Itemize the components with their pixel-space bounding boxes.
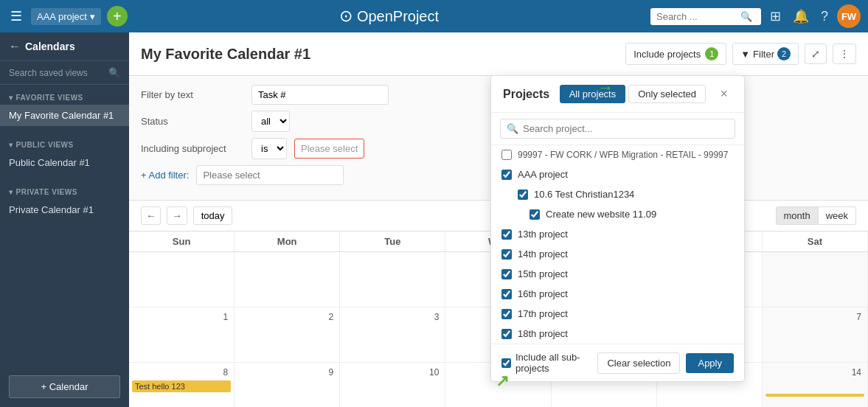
sidebar-search[interactable]: 🔍 [0, 61, 129, 85]
cal-cell[interactable]: 8 Test hello 123 [129, 363, 235, 407]
public-views-label: ▾ PUBLIC VIEWS [0, 138, 129, 152]
list-item[interactable]: 16th project [491, 284, 744, 304]
green-arrow-indicator: → [597, 78, 614, 97]
fullscreen-button[interactable]: ⤢ [805, 44, 827, 64]
logo-text: OpenProject [357, 8, 439, 25]
project-name-label: AAA project [518, 169, 568, 180]
projects-search-wrap[interactable]: 🔍 [500, 119, 735, 139]
list-item[interactable]: 14th project [491, 244, 744, 264]
cal-cell[interactable]: 2 [235, 307, 340, 363]
back-icon[interactable]: ← [9, 40, 21, 53]
list-item[interactable]: 13th project [491, 224, 744, 244]
week-button[interactable]: week [819, 206, 856, 225]
project-checkbox[interactable] [501, 329, 512, 339]
bell-icon[interactable]: 🔔 [790, 5, 812, 27]
subproject-select[interactable]: is [251, 138, 287, 159]
cal-date [237, 255, 336, 258]
cal-cell-sat[interactable]: 7 [763, 307, 868, 363]
project-name-label: 18th project [518, 328, 568, 339]
project-checkbox[interactable] [518, 189, 528, 200]
sidebar-item-my-favorite-calendar[interactable]: My Favorite Calendar #1 [0, 105, 129, 126]
search-icon: 🔍 [507, 123, 518, 134]
list-item[interactable]: AAA project [491, 164, 744, 184]
cal-cell-sat[interactable] [763, 252, 868, 307]
project-checkbox[interactable] [501, 289, 512, 299]
global-search-box[interactable]: 🔍 [650, 8, 761, 25]
clear-selection-button[interactable]: Clear selection [597, 352, 680, 374]
list-item[interactable]: 17th project [491, 304, 744, 324]
project-selector[interactable]: AAA project ▾ [31, 8, 101, 25]
add-filter-label[interactable]: + Add filter: [141, 170, 189, 181]
project-name-label: 99997 - FW CORK / WFB Migration - RETAIL… [518, 150, 728, 160]
cal-cell[interactable] [340, 252, 445, 307]
grid-icon[interactable]: ⊞ [767, 5, 784, 27]
project-checkbox[interactable] [501, 150, 512, 160]
projects-tabs: All projects Only selected [560, 85, 706, 103]
status-select[interactable]: all [251, 111, 290, 132]
sidebar-item-private-calendar[interactable]: Private Calendar #1 [0, 199, 129, 220]
hamburger-icon[interactable]: ☰ [7, 5, 25, 27]
cal-event[interactable]: Test hello 123 [132, 380, 231, 392]
filter-button[interactable]: ▼ Filter 2 [732, 43, 799, 65]
cal-cell[interactable] [129, 252, 235, 307]
cal-cell[interactable] [235, 252, 340, 307]
only-selected-tab[interactable]: Only selected [628, 85, 706, 103]
apply-button[interactable]: Apply [686, 353, 734, 373]
add-calendar-button[interactable]: + Calendar [9, 375, 120, 398]
project-name-label: 13th project [518, 229, 568, 240]
close-button[interactable]: × [715, 85, 732, 103]
cal-cell-sat[interactable]: 14 [763, 363, 868, 407]
include-sub-projects-label[interactable]: Include all sub-projects [501, 352, 591, 374]
project-name-label: 15th project [518, 268, 568, 279]
global-search-input[interactable] [656, 11, 737, 22]
filter-icon: ▼ [740, 49, 750, 60]
list-item[interactable]: Create new website 11.09 [491, 204, 744, 224]
project-checkbox[interactable] [530, 209, 540, 220]
project-checkbox[interactable] [501, 269, 512, 279]
sidebar-search-input[interactable] [9, 68, 104, 78]
cal-cell[interactable]: 9 [235, 363, 340, 407]
project-checkbox[interactable] [501, 309, 512, 319]
projects-dropdown: Projects All projects Only selected × 🔍 … [490, 75, 745, 382]
next-button[interactable]: → [167, 206, 187, 225]
all-projects-tab[interactable]: All projects [560, 85, 626, 103]
add-filter-input[interactable] [196, 165, 344, 185]
favorite-views-label: ▾ FAVORITE VIEWS [0, 91, 129, 105]
project-checkbox[interactable] [501, 229, 512, 240]
cal-cell[interactable]: 3 [340, 307, 445, 363]
list-item[interactable]: 15th project [491, 264, 744, 284]
project-checkbox[interactable] [501, 249, 512, 260]
public-views-section: ▾ PUBLIC VIEWS Public Calendar #1 [0, 132, 129, 179]
status-label: Status [141, 116, 244, 127]
projects-search-input[interactable] [523, 123, 729, 134]
include-projects-button[interactable]: Include projects 1 [625, 43, 726, 65]
add-project-button[interactable]: + [107, 6, 128, 27]
prev-button[interactable]: ← [141, 206, 161, 225]
today-button[interactable]: today [193, 206, 233, 225]
sidebar-item-public-calendar[interactable]: Public Calendar #1 [0, 152, 129, 173]
list-item[interactable]: 18th project [491, 324, 744, 344]
help-icon[interactable]: ? [818, 6, 831, 27]
include-sub-projects-checkbox[interactable] [501, 358, 511, 368]
logo-area: ⊙ OpenProject [133, 7, 645, 26]
cal-cell[interactable]: 10 [340, 363, 445, 407]
projects-search-area: 🔍 [491, 113, 744, 145]
tue-header: Tue [340, 232, 445, 251]
cal-event[interactable] [765, 394, 864, 397]
projects-title: Projects [503, 88, 549, 101]
project-name-label: 17th project [518, 308, 568, 319]
more-options-button[interactable]: ⋮ [833, 44, 856, 64]
cal-cell[interactable]: 1 [129, 307, 235, 363]
sidebar-footer: + Calendar [0, 366, 129, 407]
subproject-value: Please select [294, 139, 364, 159]
filter-by-text-input[interactable] [251, 85, 389, 105]
projects-list: 99997 - FW CORK / WFB Migration - RETAIL… [491, 145, 744, 344]
avatar[interactable]: FW [837, 4, 861, 28]
list-item[interactable]: 10.6 Test Christian1234 [491, 184, 744, 204]
list-item[interactable]: 99997 - FW CORK / WFB Migration - RETAIL… [491, 145, 744, 164]
chevron-icon: ▾ [9, 141, 13, 149]
projects-header: Projects All projects Only selected × [491, 76, 744, 113]
chevron-icon: ▾ [9, 94, 13, 102]
project-checkbox[interactable] [501, 170, 512, 180]
month-button[interactable]: month [776, 206, 819, 225]
